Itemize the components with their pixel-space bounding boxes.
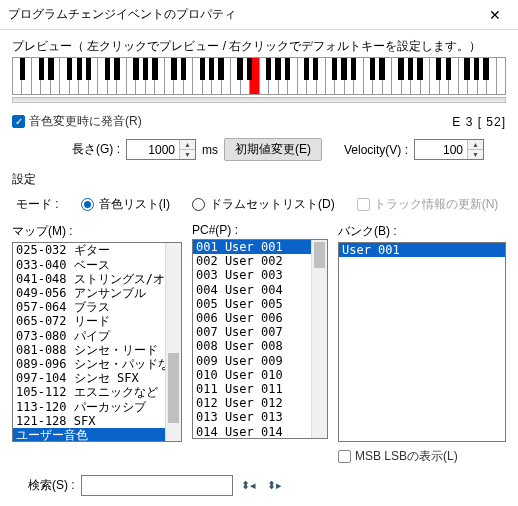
pc-item[interactable]: 002 User 002 xyxy=(193,254,327,268)
pc-item[interactable]: 001 User 001 xyxy=(193,240,327,254)
piano-keyboard[interactable] xyxy=(12,57,506,95)
map-item[interactable]: ユーザー音色 xyxy=(13,428,181,441)
mode-drum-radio[interactable]: ドラムセットリスト(D) xyxy=(192,196,335,213)
piano-black-key[interactable] xyxy=(446,58,451,80)
piano-black-key[interactable] xyxy=(209,58,214,80)
piano-black-key[interactable] xyxy=(398,58,403,80)
piano-black-key[interactable] xyxy=(86,58,91,80)
msb-lsb-label: MSB LSBの表示(L) xyxy=(355,448,458,465)
length-field[interactable] xyxy=(127,140,179,159)
pc-scrollbar[interactable] xyxy=(311,240,327,438)
pc-item[interactable]: 010 User 010 xyxy=(193,368,327,382)
piano-black-key[interactable] xyxy=(237,58,242,80)
piano-black-key[interactable] xyxy=(266,58,271,80)
pc-item[interactable]: 005 User 005 xyxy=(193,297,327,311)
piano-black-key[interactable] xyxy=(105,58,110,80)
pc-listbox[interactable]: 001 User 001002 User 002003 User 003004 … xyxy=(192,239,328,439)
piano-black-key[interactable] xyxy=(379,58,384,80)
piano-black-key[interactable] xyxy=(133,58,138,80)
map-item[interactable]: 097-104 シンセ SFX xyxy=(13,371,181,385)
piano-black-key[interactable] xyxy=(436,58,441,80)
map-item[interactable]: 033-040 ベース xyxy=(13,258,181,272)
piano-black-key[interactable] xyxy=(171,58,176,80)
pc-item[interactable]: 012 User 012 xyxy=(193,396,327,410)
piano-black-key[interactable] xyxy=(417,58,422,80)
mode-tone-radio[interactable]: 音色リスト(I) xyxy=(81,196,170,213)
map-item[interactable]: 089-096 シンセ・パッドなど xyxy=(13,357,181,371)
piano-white-key[interactable] xyxy=(497,58,505,94)
search-label: 検索(S) : xyxy=(28,477,75,494)
map-item[interactable]: 041-048 ストリングス/オーケス xyxy=(13,272,181,286)
pc-item[interactable]: 011 User 011 xyxy=(193,382,327,396)
piano-black-key[interactable] xyxy=(39,58,44,80)
content: プレビュー（ 左クリックでプレビュー / 右クリックでデフォルトキーを設定します… xyxy=(0,30,518,506)
map-item[interactable]: 081-088 シンセ・リード xyxy=(13,343,181,357)
map-item[interactable]: 049-056 アンサンブル xyxy=(13,286,181,300)
bank-listbox[interactable]: User 001 xyxy=(338,242,506,442)
piano-black-key[interactable] xyxy=(218,58,223,80)
pc-item[interactable]: 014 User 014 xyxy=(193,425,327,438)
pc-item[interactable]: 008 User 008 xyxy=(193,339,327,353)
length-spinner[interactable]: ▲▼ xyxy=(179,140,195,159)
pc-item[interactable]: 006 User 006 xyxy=(193,311,327,325)
velocity-spinner[interactable]: ▲▼ xyxy=(467,140,483,159)
piano-black-key[interactable] xyxy=(67,58,72,80)
piano-black-key[interactable] xyxy=(313,58,318,80)
piano-black-key[interactable] xyxy=(332,58,337,80)
piano-black-key[interactable] xyxy=(464,58,469,80)
map-item[interactable]: 065-072 リード xyxy=(13,314,181,328)
piano-black-key[interactable] xyxy=(77,58,82,80)
pc-item[interactable]: 004 User 004 xyxy=(193,283,327,297)
piano-black-key[interactable] xyxy=(341,58,346,80)
pc-item[interactable]: 009 User 009 xyxy=(193,354,327,368)
piano-black-key[interactable] xyxy=(152,58,157,80)
piano-black-key[interactable] xyxy=(20,58,25,80)
piano-black-key[interactable] xyxy=(48,58,53,80)
map-item[interactable]: 113-120 パーカッシブ xyxy=(13,400,181,414)
piano-black-key[interactable] xyxy=(351,58,356,80)
map-item[interactable]: 073-080 パイプ xyxy=(13,329,181,343)
piano-black-key[interactable] xyxy=(408,58,413,80)
piano-black-key[interactable] xyxy=(114,58,119,80)
sound-on-change-checkbox[interactable]: ✓ 音色変更時に発音(R) xyxy=(12,113,142,130)
pc-label: PC#(P) : xyxy=(192,223,328,237)
velocity-label: Velocity(V) : xyxy=(344,143,408,157)
map-item[interactable]: 121-128 SFX xyxy=(13,414,181,428)
piano-black-key[interactable] xyxy=(275,58,280,80)
preview-label: プレビュー（ 左クリックでプレビュー / 右クリックでデフォルトキーを設定します… xyxy=(12,38,506,55)
length-label: 長さ(G) : xyxy=(72,141,120,158)
radio-icon xyxy=(81,198,94,211)
velocity-field[interactable] xyxy=(415,140,467,159)
piano-black-key[interactable] xyxy=(285,58,290,80)
piano-black-key[interactable] xyxy=(143,58,148,80)
map-item[interactable]: 057-064 ブラス xyxy=(13,300,181,314)
piano-black-key[interactable] xyxy=(181,58,186,80)
close-button[interactable]: ✕ xyxy=(472,0,518,30)
piano-black-key[interactable] xyxy=(200,58,205,80)
mode-label: モード : xyxy=(16,196,59,213)
preview-bar xyxy=(12,97,506,103)
map-item[interactable]: 105-112 エスニックなど xyxy=(13,385,181,399)
piano-black-key[interactable] xyxy=(247,58,252,80)
map-scrollbar[interactable] xyxy=(165,243,181,441)
search-next-icon[interactable]: ⬍▸ xyxy=(265,476,285,496)
msb-lsb-checkbox[interactable]: ✓ MSB LSBの表示(L) xyxy=(338,448,506,465)
map-item[interactable]: 025-032 ギター xyxy=(13,243,181,257)
mode-tone-label: 音色リスト(I) xyxy=(99,196,170,213)
piano-black-key[interactable] xyxy=(483,58,488,80)
piano-black-key[interactable] xyxy=(474,58,479,80)
search-input[interactable] xyxy=(81,475,233,496)
piano-black-key[interactable] xyxy=(304,58,309,80)
map-label: マップ(M) : xyxy=(12,223,182,240)
check-icon: ✓ xyxy=(338,450,351,463)
search-prev-icon[interactable]: ⬍◂ xyxy=(239,476,259,496)
defaults-button[interactable]: 初期値変更(E) xyxy=(224,138,322,161)
length-input[interactable]: ▲▼ xyxy=(126,139,196,160)
pc-item[interactable]: 007 User 007 xyxy=(193,325,327,339)
bank-item[interactable]: User 001 xyxy=(339,243,505,257)
pc-item[interactable]: 003 User 003 xyxy=(193,268,327,282)
piano-black-key[interactable] xyxy=(370,58,375,80)
velocity-input[interactable]: ▲▼ xyxy=(414,139,484,160)
map-listbox[interactable]: 009-016 クロマチック・パーカッシ017-024 オルガン025-032 … xyxy=(12,242,182,442)
pc-item[interactable]: 013 User 013 xyxy=(193,410,327,424)
